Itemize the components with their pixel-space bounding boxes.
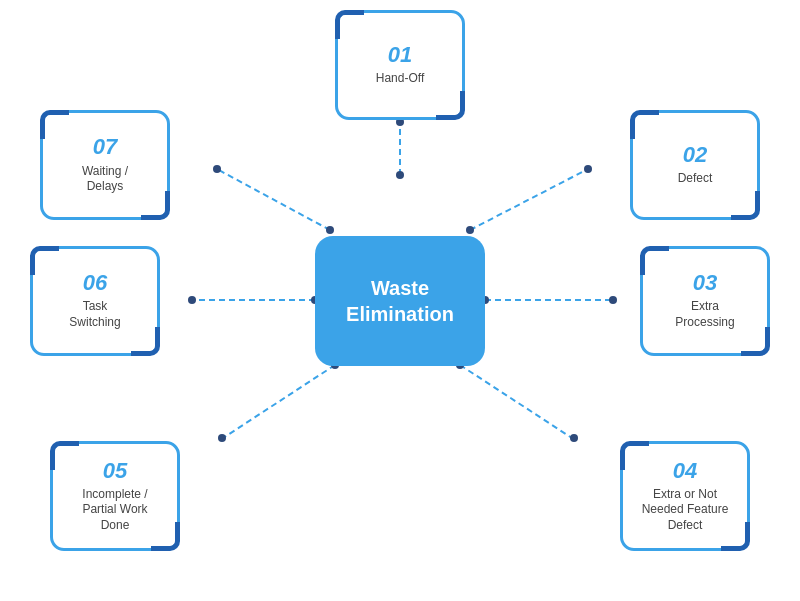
satellite-05-num: 05 xyxy=(103,459,127,483)
svg-point-19 xyxy=(326,226,334,234)
satellite-01-num: 01 xyxy=(388,43,412,67)
svg-point-11 xyxy=(570,434,578,442)
satellite-07-label: Waiting /Delays xyxy=(82,164,128,195)
svg-point-8 xyxy=(609,296,617,304)
svg-point-5 xyxy=(584,165,592,173)
satellite-02-num: 02 xyxy=(683,143,707,167)
satellite-03-label: ExtraProcessing xyxy=(675,299,734,330)
svg-point-1 xyxy=(396,171,404,179)
svg-point-14 xyxy=(218,434,226,442)
satellite-07: 07 Waiting /Delays xyxy=(40,110,170,220)
center-box: WasteElimination xyxy=(315,236,485,366)
satellite-02-label: Defect xyxy=(678,171,713,187)
svg-line-3 xyxy=(470,168,590,230)
center-label: WasteElimination xyxy=(346,275,454,327)
satellite-03-num: 03 xyxy=(693,271,717,295)
satellite-01: 01 Hand-Off xyxy=(335,10,465,120)
satellite-07-num: 07 xyxy=(93,135,117,159)
svg-point-4 xyxy=(466,226,474,234)
satellite-06-num: 06 xyxy=(83,271,107,295)
diagram-container: WasteElimination 01 Hand-Off 02 Defect 0… xyxy=(0,0,800,601)
satellite-06-label: TaskSwitching xyxy=(69,299,120,330)
satellite-04-num: 04 xyxy=(673,459,697,483)
svg-point-20 xyxy=(213,165,221,173)
svg-point-17 xyxy=(188,296,196,304)
svg-line-12 xyxy=(220,365,335,440)
svg-line-9 xyxy=(460,365,575,440)
svg-line-18 xyxy=(215,168,330,230)
satellite-01-label: Hand-Off xyxy=(376,71,424,87)
satellite-05: 05 Incomplete /Partial WorkDone xyxy=(50,441,180,551)
satellite-04: 04 Extra or NotNeeded FeatureDefect xyxy=(620,441,750,551)
satellite-04-label: Extra or NotNeeded FeatureDefect xyxy=(642,487,729,534)
satellite-05-label: Incomplete /Partial WorkDone xyxy=(82,487,147,534)
satellite-02: 02 Defect xyxy=(630,110,760,220)
satellite-06: 06 TaskSwitching xyxy=(30,246,160,356)
satellite-03: 03 ExtraProcessing xyxy=(640,246,770,356)
